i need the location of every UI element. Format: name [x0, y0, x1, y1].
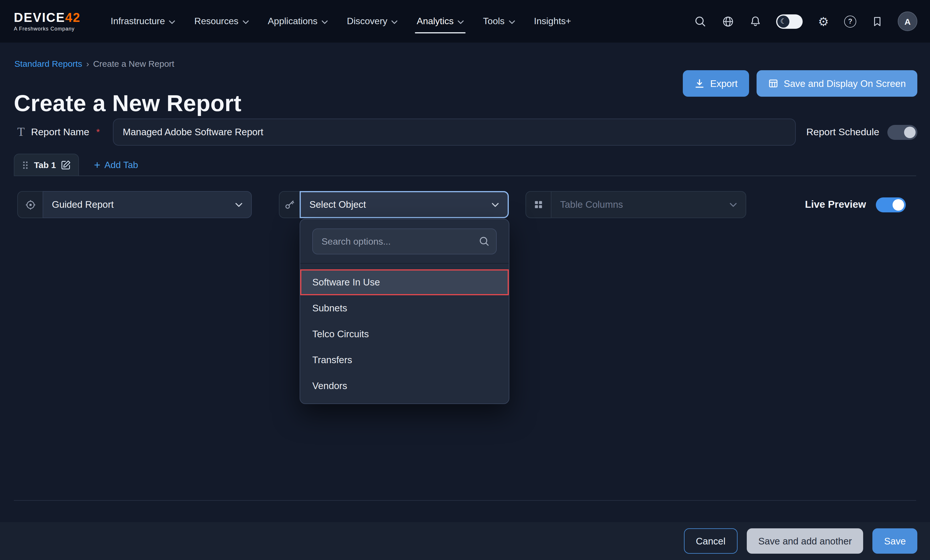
help-icon[interactable]: ?	[844, 15, 856, 27]
top-navigation-bar: DEVICE42 A Freshworks Company Infrastruc…	[0, 0, 930, 43]
select-object-value: Select Object	[309, 199, 366, 210]
report-name-input[interactable]	[113, 118, 796, 146]
report-schedule-group: Report Schedule	[807, 124, 917, 140]
theme-toggle[interactable]: ☾	[776, 14, 803, 29]
logo-wordmark: DEVICE42	[14, 11, 95, 24]
tab-1-label: Tab 1	[34, 160, 56, 170]
select-object-select[interactable]: Select Object	[300, 191, 509, 218]
drag-handle-icon[interactable]	[22, 160, 29, 169]
live-preview-toggle[interactable]	[876, 197, 906, 212]
report-name-label: Report Name	[31, 126, 89, 138]
target-icon	[17, 191, 43, 218]
nav-label: Applications	[268, 16, 318, 26]
nav-label: Tools	[483, 16, 505, 26]
nav-item-insights[interactable]: Insights+	[534, 0, 571, 43]
toggle-knob	[904, 126, 916, 138]
option-transfers[interactable]: Transfers	[300, 347, 509, 373]
report-name-row: T Report Name * Report Schedule	[17, 118, 917, 146]
option-telco-circuits[interactable]: Telco Circuits	[300, 321, 509, 347]
logo-brand: DEVICE	[14, 10, 65, 25]
live-preview-label: Live Preview	[805, 199, 866, 211]
option-software-in-use[interactable]: Software In Use	[300, 269, 509, 295]
nav-item-applications[interactable]: Applications	[268, 0, 328, 43]
header-actions: Export Save and Display On Screen	[683, 70, 917, 97]
bottom-action-bar: Cancel Save and add another Save	[0, 522, 930, 560]
plus-icon: +	[94, 159, 100, 170]
nav-item-resources[interactable]: Resources	[194, 0, 249, 43]
option-vendors[interactable]: Vendors	[300, 373, 509, 399]
gear-icon[interactable]: ⚙	[816, 14, 830, 28]
chevron-down-icon	[235, 202, 243, 207]
bell-icon[interactable]	[748, 14, 762, 28]
tab-1[interactable]: Tab 1	[14, 153, 79, 175]
chevron-down-icon	[491, 202, 499, 207]
logo-tagline: A Freshworks Company	[14, 26, 95, 31]
topnav-actions: ☾ ⚙ ? A	[693, 12, 917, 31]
globe-icon[interactable]	[721, 14, 734, 28]
device42-logo[interactable]: DEVICE42 A Freshworks Company	[14, 11, 95, 31]
logo-brand-accent: 42	[65, 10, 81, 25]
report-schedule-toggle[interactable]	[887, 124, 917, 140]
select-object-dropdown: Software In Use Subnets Telco Circuits T…	[300, 219, 510, 404]
user-avatar[interactable]: A	[898, 12, 917, 31]
report-name-label-group: T Report Name *	[17, 125, 113, 139]
dropdown-options: Software In Use Subnets Telco Circuits T…	[300, 264, 509, 399]
page: DEVICE42 A Freshworks Company Infrastruc…	[0, 0, 930, 560]
table-columns-value: Table Columns	[560, 199, 623, 210]
breadcrumb: Standard Reports › Create a New Report	[14, 59, 174, 69]
breadcrumb-standard-reports[interactable]: Standard Reports	[14, 59, 82, 69]
save-and-display-label: Save and Display On Screen	[784, 78, 906, 89]
nav-label: Discovery	[347, 16, 387, 26]
table-columns-select[interactable]: Table Columns	[551, 191, 746, 218]
report-schedule-label: Report Schedule	[807, 126, 879, 138]
nav-label: Analytics	[417, 16, 454, 26]
download-icon	[694, 78, 705, 89]
tab-bar: Tab 1 + Add Tab	[14, 154, 916, 176]
nav-item-analytics[interactable]: Analytics	[417, 0, 464, 43]
nav-item-discovery[interactable]: Discovery	[347, 0, 397, 43]
select-object-group: Select Object	[279, 191, 509, 218]
export-button[interactable]: Export	[683, 70, 749, 97]
report-builder-row: Guided Report Select Object Table Column…	[17, 191, 917, 218]
live-preview-group: Live Preview	[805, 191, 906, 218]
chevron-down-icon	[169, 20, 176, 24]
breadcrumb-separator: ›	[86, 59, 89, 69]
report-type-group: Guided Report	[17, 191, 252, 218]
moon-icon: ☾	[777, 15, 789, 27]
page-title: Create a New Report	[14, 91, 242, 116]
breadcrumb-current: Create a New Report	[93, 59, 174, 69]
chevron-down-icon	[458, 20, 464, 24]
text-type-icon: T	[17, 125, 25, 139]
report-type-value: Guided Report	[52, 199, 114, 210]
nav-item-tools[interactable]: Tools	[483, 0, 515, 43]
chevron-down-icon	[243, 20, 249, 24]
chevron-down-icon	[508, 20, 515, 24]
nav-label: Insights+	[534, 16, 571, 26]
primary-nav: Infrastructure Resources Applications Di…	[111, 0, 571, 43]
save-and-display-button[interactable]: Save and Display On Screen	[756, 70, 917, 97]
dropdown-search-input[interactable]	[312, 229, 497, 255]
nav-label: Resources	[194, 16, 239, 26]
nav-item-infrastructure[interactable]: Infrastructure	[111, 0, 176, 43]
nav-label: Infrastructure	[111, 16, 165, 26]
save-and-add-another-button[interactable]: Save and add another	[747, 528, 864, 554]
dropdown-search-section	[300, 219, 509, 264]
search-icon[interactable]	[693, 14, 707, 28]
key-icon	[279, 191, 300, 218]
option-subnets[interactable]: Subnets	[300, 295, 509, 321]
export-label: Export	[710, 78, 738, 89]
table-columns-group: Table Columns	[525, 191, 746, 218]
report-type-select[interactable]: Guided Report	[43, 191, 252, 218]
table-icon	[768, 78, 778, 89]
chevron-down-icon	[730, 202, 737, 207]
chevron-down-icon	[391, 20, 398, 24]
avatar-initial: A	[904, 16, 911, 26]
columns-icon	[525, 191, 551, 218]
footer-divider	[14, 500, 916, 501]
edit-tab-icon[interactable]	[61, 160, 71, 170]
add-tab-button[interactable]: + Add Tab	[94, 160, 138, 170]
bookmark-icon[interactable]	[870, 14, 884, 28]
toggle-knob	[893, 199, 904, 210]
cancel-button[interactable]: Cancel	[684, 528, 738, 554]
save-button[interactable]: Save	[873, 528, 917, 554]
